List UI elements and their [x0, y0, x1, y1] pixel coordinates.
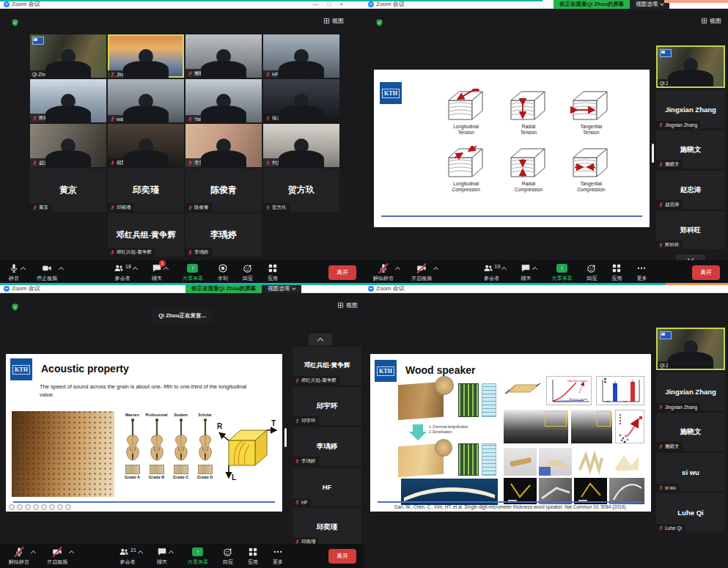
- video-tile[interactable]: wang manya: [108, 79, 184, 122]
- audio-tile[interactable]: 赵忠涛 赵忠涛: [656, 171, 725, 209]
- security-shield-icon[interactable]: [11, 303, 19, 311]
- video-tile[interactable]: Jingxian Zhang: [108, 34, 184, 78]
- record-button[interactable]: 录制: [218, 263, 228, 282]
- participants-caret[interactable]: [133, 266, 138, 271]
- video-tile[interactable]: Qi Zhou: [30, 34, 106, 78]
- leave-button[interactable]: 离开: [328, 549, 356, 564]
- video-tile[interactable]: 李笑阳: [185, 124, 262, 167]
- video-tile[interactable]: Yang Chen: [185, 79, 262, 122]
- audio-tile[interactable]: Luhe Qi Luhe Qi: [656, 493, 725, 531]
- participants-caret[interactable]: [138, 550, 143, 555]
- audio-tile[interactable]: 贺方玖 贺方玖: [263, 169, 339, 212]
- annotation-tool-button[interactable]: [49, 504, 55, 510]
- participants-button[interactable]: 18 参会者: [114, 263, 131, 282]
- chat-caret[interactable]: [169, 550, 174, 555]
- video-tile[interactable]: 胡慧: [108, 124, 184, 167]
- audio-tile[interactable]: Jingxian Zhang Jingxian Zhang: [656, 372, 725, 410]
- start-video-button[interactable]: 开启视频: [411, 263, 432, 282]
- annotation-tool-button[interactable]: [9, 504, 15, 510]
- video-tile[interactable]: Qi Zhou: [656, 45, 725, 88]
- video-tile[interactable]: 徐云程: [263, 79, 339, 122]
- audio-tile[interactable]: 邱宇环 邱宇环: [293, 387, 361, 425]
- video-tile[interactable]: 郑科旺: [30, 79, 106, 122]
- sidebar-expand-button[interactable]: [309, 333, 332, 345]
- share-screen-button[interactable]: ↑ 共享屏幕: [551, 263, 572, 282]
- audio-tile[interactable]: 邓红兵组-黄争辉 邓红兵组-黄争辉: [293, 347, 361, 385]
- figure-tangential-compression: TangentialCompression: [564, 146, 619, 193]
- audio-tile[interactable]: HF HF: [293, 468, 361, 506]
- participant-label: Jingxian Zhang: [108, 70, 152, 78]
- reactions-button[interactable]: 回应: [223, 547, 233, 566]
- start-video-button[interactable]: 开启视频: [47, 547, 67, 566]
- apps-button[interactable]: 应用: [611, 263, 622, 282]
- view-button[interactable]: 视图: [701, 17, 721, 25]
- view-button[interactable]: 视图: [323, 17, 344, 25]
- audio-tile[interactable]: 邱奕瑾 邱奕瑾: [293, 508, 361, 546]
- annotation-tool-button[interactable]: [33, 504, 39, 510]
- participants-button[interactable]: 19 参会者: [483, 263, 501, 282]
- mute-options-caret[interactable]: [21, 266, 26, 271]
- audio-tile[interactable]: 陈俊青 陈俊青: [185, 169, 262, 212]
- video-tile[interactable]: Qi Zhou: [656, 328, 725, 370]
- audio-tile[interactable]: 施晓文 施晓文: [656, 130, 725, 169]
- close-button[interactable]: ×: [339, 1, 343, 7]
- audio-tile[interactable]: 施晓文 施晓文: [656, 413, 725, 451]
- share-screen-button[interactable]: ↑ 共享屏幕: [183, 263, 203, 282]
- participants-icon: [119, 547, 129, 557]
- participants-button[interactable]: 21 参会者: [119, 547, 136, 566]
- unmute-button[interactable]: 解除静音: [9, 547, 29, 566]
- bent-film-photo: [504, 478, 537, 504]
- apps-button[interactable]: 应用: [248, 547, 258, 566]
- participant-label: 施晓文: [656, 160, 683, 169]
- hydrogen-bond-figure: [482, 443, 496, 476]
- security-shield-icon[interactable]: [11, 18, 19, 27]
- reactions-button[interactable]: 回应: [243, 263, 253, 282]
- view-button[interactable]: 视图: [337, 301, 358, 309]
- video-tile[interactable]: 赵忠涛: [30, 124, 106, 167]
- audio-tile[interactable]: 郑科旺 郑科旺: [656, 211, 725, 249]
- annotation-tool-button[interactable]: [17, 504, 23, 510]
- maximize-button[interactable]: □: [327, 1, 331, 7]
- mute-options-caret[interactable]: [31, 550, 36, 555]
- stop-video-button[interactable]: 停止视频: [37, 263, 57, 282]
- reactions-button[interactable]: 回应: [587, 263, 597, 282]
- video-tile[interactable]: HF: [263, 34, 339, 78]
- more-button[interactable]: 更多: [273, 547, 283, 566]
- chat-caret[interactable]: [532, 266, 537, 271]
- share-screen-button[interactable]: ↑ 共享屏幕: [188, 547, 208, 566]
- chat-button[interactable]: 聊天: [157, 547, 167, 566]
- figure-radial-compression: RadialCompression: [501, 146, 556, 193]
- chat-button[interactable]: 聊天: [521, 263, 531, 282]
- security-shield-icon[interactable]: [375, 18, 383, 27]
- leave-button[interactable]: 离开: [328, 265, 356, 280]
- video-tile[interactable]: 刘方恬: [263, 124, 339, 167]
- mute-options-caret[interactable]: [395, 266, 400, 271]
- video-tile[interactable]: 施晓文: [185, 34, 262, 78]
- annotation-tool-button[interactable]: [65, 504, 71, 510]
- watching-banner: 你正在观看Qi Zhou的屏幕: [554, 0, 630, 9]
- audio-tile[interactable]: si wu si wu: [656, 453, 725, 491]
- scrollbar-thumb[interactable]: [284, 428, 287, 447]
- audio-tile[interactable]: Jingxian Zhang Jingxian Zhang: [656, 90, 725, 128]
- audio-tile[interactable]: 邓红兵组-黄争辉 邓红兵组-黄争辉: [108, 213, 184, 257]
- scrollbar-thumb[interactable]: [652, 144, 654, 163]
- more-button[interactable]: 更多: [636, 263, 647, 282]
- muted-mic-icon: [188, 250, 193, 255]
- annotation-tool-button[interactable]: [25, 504, 31, 510]
- participants-caret[interactable]: [501, 266, 507, 271]
- annotation-tool-button[interactable]: [41, 504, 47, 510]
- leave-button[interactable]: 离开: [692, 265, 720, 280]
- audio-tile[interactable]: 李瑀婷 李瑀婷: [293, 427, 361, 465]
- audio-tile[interactable]: 黄京 黄京: [30, 169, 106, 212]
- chat-caret[interactable]: [163, 266, 169, 271]
- apps-button[interactable]: 应用: [268, 263, 278, 282]
- annotation-tool-button[interactable]: [57, 504, 63, 510]
- view-options-button[interactable]: 视图选项: [262, 284, 301, 293]
- unmute-button[interactable]: 解除静音: [373, 263, 394, 282]
- audio-tile[interactable]: 邱奕瑾 邱奕瑾: [108, 169, 184, 212]
- mute-button[interactable]: 静音: [9, 263, 19, 282]
- zoom-app-icon: [4, 1, 10, 7]
- minimize-button[interactable]: —: [312, 1, 318, 7]
- audio-tile[interactable]: 李瑀婷 李瑀婷: [185, 213, 262, 257]
- chat-button[interactable]: 1 聊天: [152, 263, 162, 282]
